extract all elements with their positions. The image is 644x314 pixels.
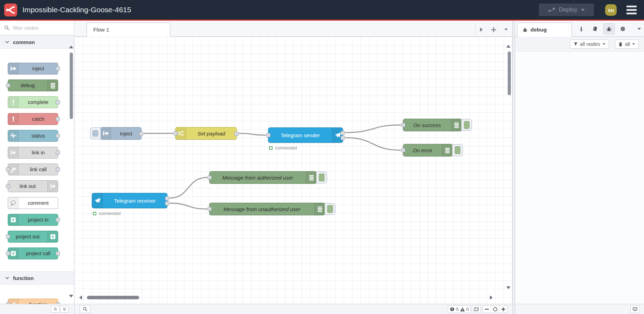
debug-clear-button[interactable]: all — [615, 40, 639, 49]
node-output-port[interactable] — [165, 196, 169, 201]
palette-expand-all-button[interactable] — [60, 306, 69, 313]
canvas-vscrollbar-thumb[interactable] — [508, 51, 511, 95]
zoom-out-button[interactable] — [483, 306, 491, 313]
sidebar-debug-button[interactable] — [603, 23, 615, 34]
node-input-port[interactable] — [6, 167, 10, 172]
palette-scroll-up-icon[interactable] — [69, 45, 74, 49]
main-menu-button[interactable] — [626, 6, 637, 14]
node-output-port[interactable] — [56, 134, 60, 138]
flow-node-on-error[interactable]: On error — [403, 144, 453, 156]
palette-node-catch[interactable]: catch — [8, 113, 58, 125]
wire[interactable] — [170, 177, 207, 198]
node-input-port[interactable] — [207, 207, 212, 211]
deploy-options-caret-icon[interactable] — [581, 9, 585, 11]
link-arrow-icon — [10, 149, 17, 156]
debug-message-list[interactable] — [515, 51, 644, 304]
palette-node-debug[interactable]: debug — [8, 79, 58, 91]
sidebar-help-button[interactable] — [589, 23, 601, 34]
node-input-port[interactable] — [6, 83, 10, 88]
node-output-port[interactable] — [56, 117, 60, 121]
sidebar-splitter[interactable] — [512, 21, 515, 314]
node-output-port[interactable] — [341, 136, 345, 140]
flow-menu-caret-icon[interactable] — [504, 28, 508, 31]
node-output-port[interactable] — [56, 218, 60, 222]
flow-node-inject[interactable]: inject — [100, 127, 142, 140]
palette-node-project-out[interactable]: project out — [8, 231, 58, 243]
inject-trigger-button[interactable] — [90, 127, 101, 139]
canvas-scroll-right-icon[interactable] — [489, 295, 493, 300]
sidebar-info-button[interactable]: i — [576, 23, 587, 34]
debug-toggle-button[interactable] — [452, 144, 463, 156]
flow-node-msg-auth[interactable]: Message from autherized user — [209, 171, 317, 184]
palette-node-complete[interactable]: complete — [8, 96, 58, 108]
node-input-port[interactable] — [6, 184, 10, 188]
node-output-port[interactable] — [341, 131, 345, 135]
node-output-port[interactable] — [234, 132, 239, 136]
node-input-port[interactable] — [207, 175, 212, 180]
palette-search[interactable] — [0, 21, 74, 35]
deploy-button[interactable]: Deploy — [539, 4, 594, 16]
debug-toggle-button[interactable] — [316, 172, 327, 183]
canvas-scroll-down-icon[interactable] — [506, 286, 511, 289]
node-output-port[interactable] — [56, 251, 60, 256]
flow-status-counts[interactable]: 0 0 — [448, 305, 471, 313]
navigator-button[interactable] — [472, 305, 481, 313]
flow-node-telegram-sender[interactable]: Telegram sender connected — [268, 127, 343, 143]
node-input-port[interactable] — [401, 148, 405, 152]
flow-node-msg-unauth[interactable]: Message from unautherized user — [209, 203, 325, 215]
node-output-port[interactable] — [165, 201, 169, 205]
palette-node-inject[interactable]: inject — [8, 63, 58, 75]
tab-debug[interactable]: debug — [517, 22, 572, 37]
node-output-port[interactable] — [56, 167, 60, 172]
zoom-reset-button[interactable] — [491, 306, 499, 313]
palette-category-function[interactable]: function — [0, 271, 74, 285]
palette-scroll-down-icon[interactable] — [69, 294, 74, 298]
node-input-port[interactable] — [266, 133, 270, 137]
palette-scrollbar-thumb[interactable] — [70, 53, 73, 119]
add-flow-icon[interactable] — [491, 27, 496, 32]
wire[interactable] — [345, 138, 401, 150]
zoom-in-button[interactable] — [499, 306, 507, 313]
node-input-port[interactable] — [6, 251, 10, 256]
canvas-search-button[interactable] — [80, 305, 90, 313]
node-output-port[interactable] — [56, 302, 60, 304]
palette-node-project-in[interactable]: project in — [8, 214, 58, 226]
node-input-port[interactable] — [173, 131, 178, 135]
wire[interactable] — [170, 203, 207, 209]
open-debug-window-button[interactable] — [630, 305, 640, 313]
flow-canvas[interactable]: injectSet payloadTelegram sender connect… — [75, 37, 512, 304]
user-avatar[interactable]: su — [605, 4, 617, 16]
node-output-port[interactable] — [56, 100, 60, 104]
node-output-port[interactable] — [139, 132, 143, 136]
canvas-hscrollbar-thumb[interactable] — [87, 296, 139, 299]
palette-filter-input[interactable] — [12, 25, 65, 31]
palette-node-link-call[interactable]: link call — [8, 163, 58, 175]
sidebar-config-button[interactable] — [617, 23, 628, 34]
node-output-port[interactable] — [56, 67, 60, 71]
node-input-port[interactable] — [6, 235, 10, 239]
palette-category-common[interactable]: common — [0, 35, 74, 49]
tab-flow-1[interactable]: Flow 1 — [87, 22, 170, 37]
node-output-port[interactable] — [56, 151, 60, 155]
flow-node-telegram-receiver[interactable]: Telegram receiver connected — [92, 193, 167, 208]
debug-filter-button[interactable]: all nodes — [570, 40, 609, 49]
flow-list-open-icon[interactable] — [480, 27, 483, 32]
palette-node-function[interactable]: ffunction — [8, 299, 58, 304]
wire[interactable] — [239, 133, 266, 135]
canvas-scroll-left-icon[interactable] — [79, 295, 82, 300]
palette-node-comment[interactable]: comment — [8, 197, 58, 209]
palette-node-status[interactable]: status — [8, 130, 58, 142]
sidebar-menu-caret-icon[interactable] — [637, 28, 641, 30]
flow-node-set-payload[interactable]: Set payload — [175, 127, 237, 140]
palette-node-link-in[interactable]: link in — [8, 147, 58, 159]
wire[interactable] — [345, 125, 401, 133]
node-input-port[interactable] — [401, 123, 405, 127]
canvas-scroll-up-icon[interactable] — [506, 44, 511, 48]
node-input-port[interactable] — [6, 302, 10, 304]
debug-toggle-button[interactable] — [461, 119, 472, 131]
palette-node-link-out[interactable]: link out — [8, 180, 58, 192]
flow-node-on-success[interactable]: On success — [403, 119, 462, 131]
debug-toggle-button[interactable] — [325, 203, 335, 215]
palette-node-project-call[interactable]: project call — [8, 247, 58, 259]
palette-collapse-all-button[interactable] — [51, 306, 60, 313]
